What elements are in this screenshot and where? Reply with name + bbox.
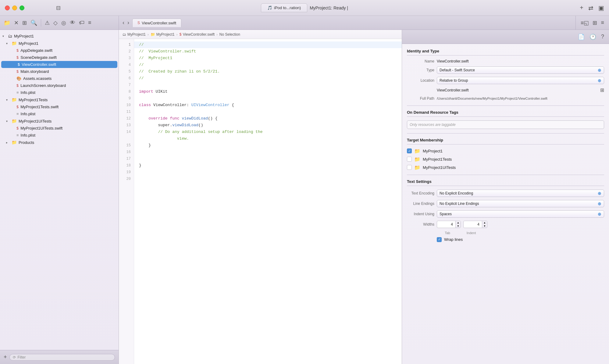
- tab-width-input[interactable]: [437, 221, 455, 227]
- diamond-icon[interactable]: ◇: [53, 20, 58, 26]
- text-encoding-select[interactable]: No Explicit Encoding ⊕: [437, 190, 604, 197]
- line-endings-value: No Explicit Line Endings: [440, 202, 479, 206]
- wrap-lines-checkbox[interactable]: [437, 237, 442, 242]
- indent-width-input[interactable]: [464, 221, 482, 227]
- toolbar-main: ‹ › S ViewController.swift: [119, 19, 575, 27]
- tab-label: Tab: [437, 231, 458, 235]
- editor-mode-icon[interactable]: ≡◱: [581, 20, 589, 26]
- sidebar-item-viewcontroller[interactable]: ▸ S ViewController.swift: [1, 61, 117, 68]
- minimize-button[interactable]: [12, 5, 17, 10]
- line-number-9: 9: [119, 95, 134, 102]
- maximize-button[interactable]: [20, 5, 24, 10]
- history-icon[interactable]: 🕐: [589, 34, 596, 40]
- indent-width-stepper[interactable]: ▲ ▼: [482, 221, 487, 228]
- layout-button[interactable]: ▣: [598, 4, 604, 12]
- line-numbers: 1 2 3 4 5 6 7 8 9 10 11 12 13 14 15 16 1…: [119, 39, 134, 364]
- tab-width-down-button[interactable]: ▼: [456, 224, 461, 228]
- checkbox-myproject1[interactable]: [407, 148, 412, 153]
- sidebar-item-products[interactable]: ▸ 📁 Products: [0, 139, 119, 146]
- line-number-20: 20: [119, 176, 134, 182]
- sidebar-item-info-plist-tests[interactable]: ▸ ≡ Info.plist: [0, 110, 119, 117]
- tags-input[interactable]: Only resources are taggable: [407, 120, 604, 129]
- indent-label: Indent: [461, 231, 482, 235]
- sidebar-item-assets[interactable]: ▸ 🎨 Assets.xcassets: [0, 75, 119, 82]
- select-arrow-icon: ⊕: [598, 212, 601, 216]
- breadcrumb-file[interactable]: S ViewController.swift: [179, 32, 215, 37]
- titlebar-tab[interactable]: 🎵 iPod to...ration): [261, 3, 307, 12]
- forward-icon[interactable]: ›: [127, 20, 129, 26]
- type-select[interactable]: Default - Swift Source ⊕: [437, 66, 604, 74]
- sidebar-item-appdelegate[interactable]: ▸ S AppDelegate.swift: [0, 47, 119, 54]
- reveal-in-finder-button[interactable]: ⊞: [600, 87, 604, 93]
- location-select[interactable]: Relative to Group ⊕: [437, 77, 604, 84]
- sidebar-item-myproject1-group[interactable]: ▾ 📁 MyProject1: [0, 40, 119, 47]
- swift-file-icon: S: [16, 105, 19, 109]
- target-myproject1: 📁 MyProject1: [407, 148, 604, 154]
- breadcrumb-label: ViewController.swift: [183, 32, 215, 37]
- folder-icon[interactable]: 📁: [4, 20, 10, 26]
- sidebar-item-myproject1uitests-swift[interactable]: ▸ S MyProject1UITests.swift: [0, 125, 119, 132]
- menu-icon[interactable]: ≡: [88, 20, 91, 26]
- sidebar-item-main-storyboard[interactable]: ▸ S Main.storyboard: [0, 68, 119, 75]
- add-file-button[interactable]: +: [4, 354, 7, 360]
- canvas-icon[interactable]: ⊞: [593, 20, 597, 26]
- stop-icon[interactable]: ✕: [14, 20, 19, 26]
- breadcrumb-sep-1: ›: [148, 33, 149, 36]
- inspector-panel: 📄 🕐 ? Identity and Type Name ViewControl…: [402, 30, 609, 364]
- breadcrumb-folder[interactable]: 📁 MyProject1: [151, 32, 175, 37]
- scheme-icon[interactable]: ⊞: [22, 20, 27, 26]
- sidebar-item-myproject1tests[interactable]: ▾ 📁 MyProject1Tests: [0, 96, 119, 103]
- checkbox-myproject1tests[interactable]: [407, 157, 412, 162]
- help-icon[interactable]: ?: [601, 34, 604, 40]
- search-icon[interactable]: 🔍: [30, 20, 37, 26]
- line-number-10: 10: [119, 102, 134, 109]
- filename-row: ViewController.swift ⊞: [407, 87, 604, 93]
- tab-file-icon: 🎵: [267, 5, 272, 10]
- breadcrumb-selection[interactable]: No Selection: [219, 32, 240, 37]
- filter-input[interactable]: ⟳ Filter: [9, 354, 115, 361]
- sidebar-item-info-plist[interactable]: ▸ ≡ Info.plist: [0, 89, 119, 96]
- code-line-2: // ViewController.swift: [139, 48, 402, 55]
- indent-using-select[interactable]: Spaces ⊕: [437, 210, 604, 218]
- sidebar-toggle-icon[interactable]: ⊟: [56, 5, 61, 11]
- memory-icon[interactable]: ◎: [61, 20, 66, 26]
- sidebar-item-myproject1-root[interactable]: ▾ 🗂 MyProject1: [0, 32, 119, 40]
- add-tab-button[interactable]: +: [580, 4, 583, 11]
- back-icon[interactable]: ‹: [123, 20, 124, 26]
- tab-width-up-button[interactable]: ▲: [456, 221, 461, 224]
- warning-icon[interactable]: ⚠: [45, 20, 50, 26]
- code-editor[interactable]: 1 2 3 4 5 6 7 8 9 10 11 12 13 14 15 16 1…: [119, 39, 402, 364]
- tag-icon[interactable]: 🏷: [79, 20, 84, 26]
- tab-width-field[interactable]: ▲ ▼: [437, 221, 461, 228]
- sidebar-item-info-plist-uitests[interactable]: ▸ ≡ Info.plist: [0, 132, 119, 139]
- on-demand-section-title: On Demand Resource Tags: [407, 110, 604, 117]
- code-line-20: [139, 176, 402, 182]
- indent-width-down-button[interactable]: ▼: [482, 224, 487, 228]
- file-inspector-icon[interactable]: 📄: [578, 34, 585, 40]
- tab-width-stepper[interactable]: ▲ ▼: [455, 221, 461, 228]
- sidebar-item-scenedelegate[interactable]: ▸ S SceneDelegate.swift: [0, 54, 119, 61]
- editor-tab-viewcontroller[interactable]: S ViewController.swift: [132, 19, 181, 27]
- code-content[interactable]: // // ViewController.swift // MyProject1…: [134, 39, 402, 364]
- code-line-9: [139, 95, 402, 102]
- checkbox-myproject1uitests[interactable]: [407, 165, 412, 170]
- folder-icon: 📁: [414, 156, 420, 162]
- swap-button[interactable]: ⇄: [588, 4, 593, 12]
- inspector-toggle-icon[interactable]: ≡: [601, 20, 604, 26]
- plist-icon: ≡: [16, 133, 19, 137]
- code-line-19: [139, 169, 402, 176]
- sidebar-content: ▾ 🗂 MyProject1 ▾ 📁 MyProject1 ▸ S AppDel…: [0, 30, 119, 350]
- sidebar-item-launchscreen[interactable]: ▸ S LaunchScreen.storyboard: [0, 82, 119, 89]
- close-button[interactable]: [5, 5, 10, 10]
- main-layout: ▾ 🗂 MyProject1 ▾ 📁 MyProject1 ▸ S AppDel…: [0, 30, 609, 364]
- sidebar-footer: + ⟳ Filter: [0, 350, 119, 364]
- toolbar: 📁 ✕ ⊞ 🔍 ⚠ ◇ ◎ 👁 🏷 ≡ ‹ › S ViewController…: [0, 16, 609, 30]
- sidebar-item-myproject1tests-swift[interactable]: ▸ S MyProject1Tests.swift: [0, 103, 119, 110]
- indent-width-up-button[interactable]: ▲: [482, 221, 487, 224]
- line-endings-select[interactable]: No Explicit Line Endings ⊕: [437, 200, 604, 207]
- indent-width-field[interactable]: ▲ ▼: [463, 221, 487, 228]
- breakpoint-icon[interactable]: 👁: [70, 20, 75, 26]
- sidebar-item-myproject1uitests[interactable]: ▾ 📁 MyProject1UITests: [0, 117, 119, 125]
- breadcrumb-project[interactable]: 🗂 MyProject1: [123, 32, 146, 37]
- line-number-17: 17: [119, 155, 134, 162]
